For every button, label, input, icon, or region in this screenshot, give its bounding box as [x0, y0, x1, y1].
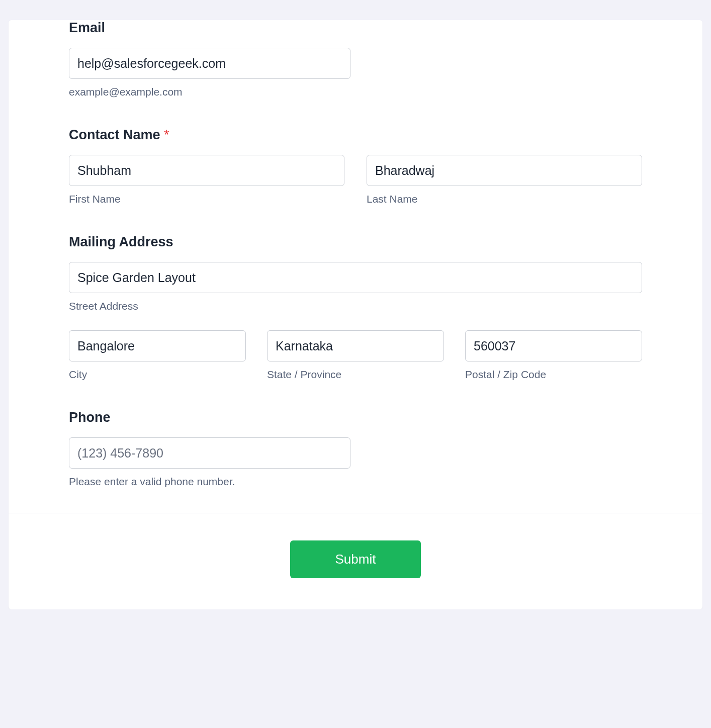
- mailing-address-group: Mailing Address Street Address City Stat…: [69, 234, 642, 381]
- phone-help: Please enter a valid phone number.: [69, 476, 642, 488]
- name-row: First Name Last Name: [69, 155, 642, 205]
- street-address-help: Street Address: [69, 300, 642, 312]
- postal-col: Postal / Zip Code: [465, 330, 642, 381]
- postal-input[interactable]: [465, 330, 642, 361]
- email-label: Email: [69, 20, 642, 36]
- phone-input[interactable]: [69, 437, 350, 469]
- state-input[interactable]: [267, 330, 444, 361]
- first-name-input[interactable]: [69, 155, 344, 186]
- last-name-help: Last Name: [367, 193, 642, 205]
- email-group: Email example@example.com: [69, 20, 642, 98]
- postal-help: Postal / Zip Code: [465, 369, 642, 381]
- first-name-col: First Name: [69, 155, 344, 205]
- email-input-wrapper: [69, 48, 350, 79]
- form-body: Email example@example.com Contact Name *…: [9, 20, 702, 513]
- state-col: State / Province: [267, 330, 444, 381]
- first-name-help: First Name: [69, 193, 344, 205]
- address-row: City State / Province Postal / Zip Code: [69, 330, 642, 381]
- form-container: Email example@example.com Contact Name *…: [9, 20, 702, 609]
- email-help: example@example.com: [69, 86, 642, 98]
- city-col: City: [69, 330, 246, 381]
- contact-name-label-text: Contact Name: [69, 127, 164, 142]
- email-input[interactable]: [69, 48, 350, 79]
- last-name-col: Last Name: [367, 155, 642, 205]
- city-input[interactable]: [69, 330, 246, 361]
- city-help: City: [69, 369, 246, 381]
- last-name-input[interactable]: [367, 155, 642, 186]
- street-wrapper: Street Address: [69, 262, 642, 312]
- form-footer: Submit: [9, 513, 702, 609]
- phone-input-wrapper: [69, 437, 350, 469]
- mailing-address-label: Mailing Address: [69, 234, 642, 250]
- street-address-input[interactable]: [69, 262, 642, 293]
- contact-name-group: Contact Name * First Name Last Name: [69, 127, 642, 205]
- submit-button[interactable]: Submit: [290, 540, 421, 578]
- contact-name-label: Contact Name *: [69, 127, 642, 143]
- phone-label: Phone: [69, 410, 642, 425]
- required-asterisk-icon: *: [164, 127, 169, 142]
- phone-group: Phone Please enter a valid phone number.: [69, 410, 642, 488]
- state-help: State / Province: [267, 369, 444, 381]
